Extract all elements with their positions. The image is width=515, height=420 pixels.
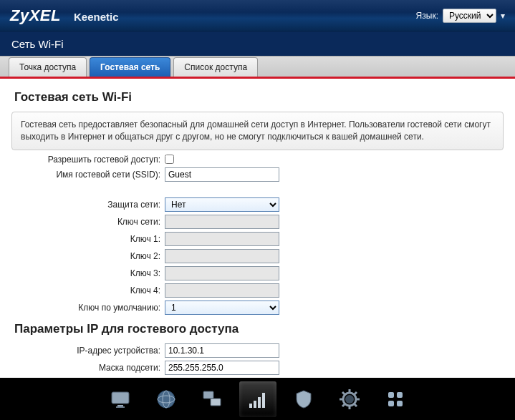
tabs: Точка доступа Гостевая сеть Список досту… — [0, 56, 515, 79]
mask-input[interactable] — [165, 361, 279, 375]
svg-rect-10 — [258, 397, 261, 408]
svg-rect-8 — [249, 404, 252, 408]
defkey-select[interactable]: 1 — [165, 301, 279, 315]
key-input — [165, 215, 279, 229]
key4-label: Ключ 4: — [11, 285, 165, 296]
key1-input — [165, 232, 279, 246]
svg-rect-9 — [254, 401, 256, 408]
key3-input — [165, 266, 279, 280]
language-label: Язык: — [416, 11, 438, 21]
tab-access-point[interactable]: Точка доступа — [9, 57, 87, 77]
ip-heading: Параметры IP для гостевого доступа — [14, 322, 504, 336]
content-area: Гостевая сеть Wi-Fi Гостевая сеть предос… — [0, 79, 515, 377]
svg-point-3 — [158, 391, 175, 408]
product-name: Keenetic — [74, 11, 119, 23]
svg-rect-1 — [117, 405, 123, 406]
security-label: Защита сети: — [11, 200, 165, 210]
device-ip-input[interactable] — [165, 343, 279, 358]
svg-rect-7 — [211, 399, 221, 406]
tab-guest-network[interactable]: Гостевая сеть — [90, 57, 170, 77]
svg-rect-25 — [397, 401, 403, 406]
logo: ZyXEL — [10, 6, 61, 25]
svg-point-12 — [345, 395, 354, 404]
svg-rect-0 — [112, 392, 129, 404]
nav-shield-icon[interactable] — [285, 381, 322, 417]
guest-heading: Гостевая сеть Wi-Fi — [14, 90, 504, 104]
brand: ZyXEL Keenetic — [10, 6, 119, 25]
nav-monitor-icon[interactable] — [102, 381, 139, 417]
allow-label: Разрешить гостевой доступ: — [11, 155, 165, 165]
svg-rect-6 — [203, 391, 213, 399]
nav-apps-icon[interactable] — [377, 381, 414, 417]
nav-lan-icon[interactable] — [193, 381, 231, 417]
bottom-nav — [0, 378, 515, 420]
key2-input — [165, 249, 279, 263]
svg-rect-24 — [388, 401, 394, 406]
device-ip-label: IP-адрес устройства: — [11, 346, 165, 356]
key-label: Ключ сети: — [11, 217, 165, 227]
key2-label: Ключ 2: — [11, 251, 165, 261]
chevron-down-icon: ▾ — [501, 11, 505, 21]
nav-wifi-icon[interactable] — [239, 381, 276, 417]
svg-rect-22 — [388, 392, 394, 398]
key4-input — [165, 283, 279, 298]
language-select[interactable]: Русский — [443, 9, 496, 23]
defkey-label: Ключ по умолчанию: — [11, 303, 165, 313]
nav-gear-icon[interactable] — [331, 381, 368, 417]
security-select[interactable]: Нет — [165, 197, 279, 212]
nav-globe-icon[interactable] — [148, 381, 185, 417]
ssid-label: Имя гостевой сети (SSID): — [11, 170, 165, 180]
allow-guest-checkbox[interactable] — [165, 155, 174, 164]
key1-label: Ключ 1: — [11, 234, 165, 244]
page-title: Сеть Wi-Fi — [11, 38, 64, 50]
tab-access-list[interactable]: Список доступа — [173, 57, 258, 77]
language-selector: Язык: Русский ▾ — [416, 9, 505, 23]
svg-rect-2 — [116, 406, 125, 408]
guest-info: Гостевая сеть предоставляет безопасный д… — [11, 112, 504, 150]
key3-label: Ключ 3: — [11, 268, 165, 278]
ssid-input[interactable] — [165, 167, 279, 182]
page-title-bar: Сеть Wi-Fi — [0, 31, 515, 56]
top-bar: ZyXEL Keenetic Язык: Русский ▾ — [0, 0, 515, 31]
svg-rect-23 — [397, 392, 403, 398]
mask-label: Маска подсети: — [11, 363, 165, 373]
svg-rect-11 — [262, 393, 265, 408]
